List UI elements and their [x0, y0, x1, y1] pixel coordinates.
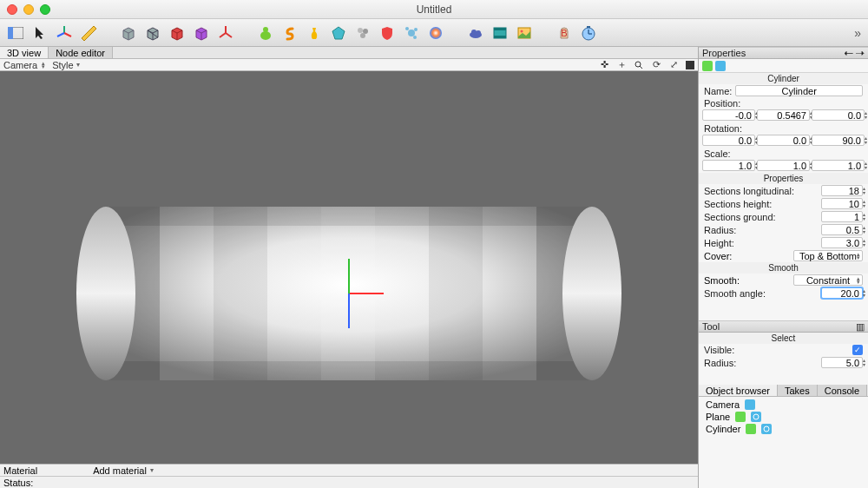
nav-fwd-icon[interactable]: 🠒 — [855, 48, 865, 58]
stepper-icon[interactable]: ▴▾ — [865, 110, 868, 120]
position-y[interactable]: 0.5467▴▾ — [757, 109, 810, 121]
cube-red-icon[interactable] — [167, 23, 187, 43]
camera-dropdown[interactable]: Camera▴▾ — [3, 60, 45, 70]
svg-rect-31 — [587, 26, 590, 28]
tab-node-editor[interactable]: Node editor — [49, 47, 113, 58]
tab-3d-view[interactable]: 3D view — [0, 47, 49, 58]
rotation-x[interactable]: 0.0▴▾ — [702, 135, 755, 146]
viewport-3d[interactable] — [0, 71, 698, 464]
stepper-icon[interactable]: ▴▾ — [863, 238, 868, 247]
browser-tabs: Object browser Takes Console — [699, 385, 868, 397]
tab-console[interactable]: Console — [818, 385, 867, 396]
blob-green-icon[interactable] — [255, 23, 276, 43]
svg-line-8 — [220, 33, 226, 37]
visible-checkbox[interactable]: ✓ — [852, 345, 863, 355]
molecule-blue-icon[interactable] — [401, 23, 422, 43]
picture-icon[interactable] — [514, 23, 535, 43]
ruler-mini-icon[interactable]: ▥ — [856, 321, 865, 333]
sphere-rainbow-icon[interactable] — [425, 23, 446, 43]
object-name: Cylinder — [706, 424, 740, 434]
s-orange-icon[interactable] — [279, 23, 300, 43]
cube-purple-icon[interactable] — [191, 23, 212, 43]
rotate-icon[interactable]: ⟳ — [651, 60, 661, 70]
tab-object-browser[interactable]: Object browser — [699, 385, 778, 396]
tool-radius-field[interactable]: 5.0▴▾ — [821, 357, 863, 368]
add-material-dropdown[interactable]: Add material▾ — [93, 465, 154, 476]
spheres-icon[interactable] — [352, 23, 373, 43]
cube-wire-icon[interactable] — [142, 23, 163, 43]
list-item[interactable]: Camera — [699, 399, 868, 411]
scale-y[interactable]: 1.0▴▾ — [757, 160, 810, 171]
bake-icon[interactable]: B — [554, 23, 575, 43]
shield-red-icon[interactable] — [377, 23, 398, 43]
film-icon[interactable] — [490, 23, 510, 43]
timer-icon[interactable] — [578, 23, 599, 43]
style-dropdown[interactable]: Style▾ — [52, 60, 79, 70]
magnify-icon[interactable] — [634, 60, 644, 70]
scale-x[interactable]: 1.0▴▾ — [702, 160, 755, 171]
tab-takes[interactable]: Takes — [778, 385, 818, 396]
svg-line-3 — [64, 33, 71, 36]
status-bar: Status: — [0, 476, 698, 488]
smooth-title: Smooth — [699, 262, 868, 274]
ruler-tool-icon[interactable] — [78, 23, 99, 43]
name-field[interactable]: Cylinder — [735, 85, 863, 96]
svg-point-15 — [405, 27, 409, 30]
status-label: Status: — [3, 478, 33, 488]
smooth-select[interactable]: Constraint▴▾ — [793, 274, 863, 286]
mesh-mode-icon[interactable] — [715, 61, 726, 71]
target-icon[interactable]: ✜ — [599, 60, 609, 70]
cover-select[interactable]: Top & Bottom▴▾ — [793, 250, 863, 261]
axis-tool-icon[interactable] — [54, 23, 75, 43]
cube-gray-icon[interactable] — [118, 23, 139, 43]
sidebar-toggle-icon[interactable] — [5, 23, 26, 43]
plus-icon[interactable]: ＋ — [616, 60, 627, 70]
solid-square-icon[interactable] — [686, 61, 694, 69]
list-item[interactable]: Plane — [699, 411, 868, 423]
svg-point-20 — [471, 30, 477, 35]
list-item[interactable]: Cylinder — [699, 423, 868, 435]
window-titlebar: Untitled — [0, 0, 868, 19]
stepper-icon[interactable]: ▴▾ — [863, 225, 868, 234]
svg-point-17 — [413, 36, 417, 39]
sections-ground-field[interactable]: 1▴▾ — [821, 211, 863, 222]
stepper-icon[interactable]: ▴▾ — [863, 199, 868, 208]
sections-long-field[interactable]: 18▴▾ — [821, 185, 863, 196]
stepper-icon[interactable]: ▴▾ — [865, 161, 868, 170]
sections-height-field[interactable]: 10▴▾ — [821, 198, 863, 209]
stepper-icon[interactable]: ▴▾ — [863, 212, 868, 221]
object-mesh-icon — [761, 424, 772, 434]
scale-z[interactable]: 1.0▴▾ — [812, 160, 865, 171]
position-z[interactable]: 0.0▴▾ — [812, 109, 865, 121]
toolbar-overflow-icon[interactable]: » — [854, 26, 861, 40]
position-x[interactable]: -0.0▴▾ — [702, 109, 755, 121]
smooth-angle-field[interactable]: 20.0▴▾ — [821, 287, 863, 299]
stepper-icon[interactable]: ▴▾ — [863, 288, 868, 298]
properties-sub-title: Properties — [699, 173, 868, 184]
cloud-blue-icon[interactable] — [465, 23, 486, 43]
select-tool-icon[interactable] — [30, 23, 50, 43]
stepper-icon[interactable]: ▴▾ — [865, 135, 868, 145]
updown-icon: ▴▾ — [42, 62, 45, 69]
rotation-z[interactable]: 90.0▴▾ — [812, 135, 865, 146]
expand-icon[interactable]: ⤢ — [668, 60, 679, 70]
svg-point-14 — [408, 30, 415, 36]
svg-point-11 — [358, 28, 363, 33]
axes-red-icon[interactable] — [215, 23, 236, 43]
radius-field[interactable]: 0.5▴▾ — [821, 224, 863, 235]
material-label: Material — [3, 465, 37, 476]
height-field[interactable]: 3.0▴▾ — [821, 237, 863, 248]
stepper-icon[interactable]: ▴▾ — [863, 186, 868, 195]
svg-point-47 — [753, 414, 759, 419]
rotation-y[interactable]: 0.0▴▾ — [757, 135, 810, 146]
window-title: Untitled — [0, 3, 868, 16]
svg-rect-36 — [214, 207, 267, 380]
gem-teal-icon[interactable] — [328, 23, 349, 43]
nav-back-icon[interactable]: 🠐 — [844, 48, 853, 58]
object-mode-icon[interactable] — [702, 61, 713, 71]
height-label: Height: — [704, 238, 818, 248]
svg-rect-41 — [106, 361, 592, 380]
sections-long-label: Sections longitudinal: — [704, 186, 818, 196]
stepper-icon[interactable]: ▴▾ — [863, 358, 868, 367]
vase-yellow-icon[interactable] — [304, 23, 325, 43]
